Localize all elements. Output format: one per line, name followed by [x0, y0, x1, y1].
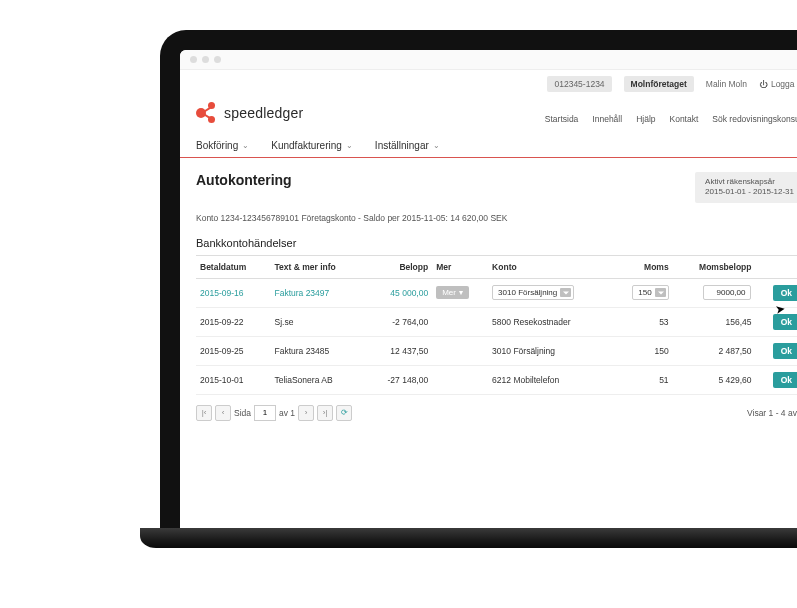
ok-button[interactable]: Ok	[773, 343, 797, 359]
nav-kundfakturering[interactable]: Kundfakturering ⌄	[271, 140, 353, 151]
company-name[interactable]: Molnföretaget	[624, 76, 694, 92]
section-title: Bankkontohändelser	[196, 237, 797, 249]
cell-moms: 51	[612, 365, 673, 394]
chevron-down-icon: ⌄	[433, 141, 440, 150]
fiscal-label: Aktivt räkenskapsår	[705, 177, 794, 187]
logo-text: speedledger	[224, 105, 303, 121]
momsbelopp-input[interactable]: 9000,00	[703, 285, 751, 300]
chevron-down-icon: ⌄	[346, 141, 353, 150]
pager-last[interactable]: ›|	[317, 405, 333, 421]
pager: |‹ ‹ Sida av 1 › ›| ⟳ Visar 1 - 4 av 4	[196, 405, 797, 421]
col-amount: Belopp	[365, 255, 432, 278]
pager-prev[interactable]: ‹	[215, 405, 231, 421]
subnav-sok-konsult[interactable]: Sök redovisningskonsult	[712, 114, 797, 124]
cell-mer: Mer ▾	[432, 278, 488, 307]
power-icon: ⏻	[759, 79, 768, 89]
pager-av-label: av 1	[279, 408, 295, 418]
account-number: 012345-1234	[547, 76, 611, 92]
mer-button[interactable]: Mer ▾	[436, 286, 469, 299]
konto-dropdown[interactable]: 3010 Försäljning	[492, 285, 574, 300]
subnav-kontakt[interactable]: Kontakt	[670, 114, 699, 124]
cell-info: Sj.se	[270, 307, 365, 336]
cell-info: TeliaSonera AB	[270, 365, 365, 394]
cell-momsbelopp: 2 487,50	[673, 336, 756, 365]
moms-dropdown[interactable]: 150	[632, 285, 668, 300]
chevron-down-icon: ▾	[459, 288, 463, 297]
logout-link[interactable]: ⏻ Logga ut	[759, 79, 797, 89]
cell-moms: 53	[612, 307, 673, 336]
ok-button[interactable]: Ok	[773, 285, 797, 301]
col-momsbelopp: Momsbelopp	[673, 255, 756, 278]
cell-moms: 150	[612, 336, 673, 365]
fiscal-range: 2015-01-01 - 2015-12-31	[705, 187, 794, 197]
cell-momsbelopp: 156,45	[673, 307, 756, 336]
transactions-table: Betaldatum Text & mer info Belopp Mer Ko…	[196, 255, 797, 395]
cell-info: Faktura 23497	[270, 278, 365, 307]
pager-page-input[interactable]	[254, 405, 276, 421]
nav-label: Kundfakturering	[271, 140, 342, 151]
logo[interactable]: speedledger	[196, 102, 303, 124]
cell-date: 2015-09-25	[196, 336, 270, 365]
cell-konto: 3010 Försäljning	[488, 336, 612, 365]
nav-bokforing[interactable]: Bokföring ⌄	[196, 140, 249, 151]
cell-amount: -27 148,00	[365, 365, 432, 394]
user-name: Malin Moln	[706, 79, 747, 89]
pager-sida-label: Sida	[234, 408, 251, 418]
subnav-startsida[interactable]: Startsida	[545, 114, 579, 124]
col-info: Text & mer info	[270, 255, 365, 278]
cell-konto: 5800 Resekostnader	[488, 307, 612, 336]
cell-moms: 150	[612, 278, 673, 307]
cell-momsbelopp: 5 429,60	[673, 365, 756, 394]
subnav-innehall[interactable]: Innehåll	[592, 114, 622, 124]
chevron-down-icon: ⌄	[242, 141, 249, 150]
cell-konto: 6212 Mobiltelefon	[488, 365, 612, 394]
laptop-base	[140, 528, 797, 548]
pager-first[interactable]: |‹	[196, 405, 212, 421]
table-row: 2015-09-25Faktura 2348512 437,503010 För…	[196, 336, 797, 365]
table-row: 2015-09-22Sj.se-2 764,005800 Resekostnad…	[196, 307, 797, 336]
page-title: Autokontering	[196, 172, 292, 188]
pager-next[interactable]: ›	[298, 405, 314, 421]
cell-konto: 3010 Försäljning	[488, 278, 612, 307]
window-traffic-lights	[180, 50, 797, 70]
account-meta: Konto 1234-123456789101 Företagskonto - …	[196, 213, 797, 223]
logo-icon	[196, 102, 218, 124]
sub-nav: Startsida Innehåll Hjälp Kontakt Sök red…	[545, 114, 797, 124]
logout-label: Logga ut	[771, 79, 797, 89]
table-row: 2015-09-16Faktura 2349745 000,00Mer ▾301…	[196, 278, 797, 307]
col-moms: Moms	[612, 255, 673, 278]
cell-info: Faktura 23485	[270, 336, 365, 365]
table-row: 2015-10-01TeliaSonera AB-27 148,006212 M…	[196, 365, 797, 394]
fiscal-year-badge: Aktivt räkenskapsår 2015-01-01 - 2015-12…	[695, 172, 797, 203]
subnav-hjalp[interactable]: Hjälp	[636, 114, 655, 124]
cell-amount: -2 764,00	[365, 307, 432, 336]
main-nav: Bokföring ⌄ Kundfakturering ⌄ Inställnin…	[180, 132, 797, 158]
cell-momsbelopp: 9000,00	[673, 278, 756, 307]
col-date: Betaldatum	[196, 255, 270, 278]
refresh-icon[interactable]: ⟳	[336, 405, 352, 421]
cell-date: 2015-10-01	[196, 365, 270, 394]
ok-button[interactable]: Ok	[773, 372, 797, 388]
nav-label: Bokföring	[196, 140, 238, 151]
nav-label: Inställningar	[375, 140, 429, 151]
cell-date: 2015-09-16	[196, 278, 270, 307]
cell-amount: 12 437,50	[365, 336, 432, 365]
col-konto: Konto	[488, 255, 612, 278]
pager-summary: Visar 1 - 4 av 4	[747, 408, 797, 418]
col-mer: Mer	[432, 255, 488, 278]
nav-installningar[interactable]: Inställningar ⌄	[375, 140, 440, 151]
cell-amount: 45 000,00	[365, 278, 432, 307]
cell-date: 2015-09-22	[196, 307, 270, 336]
